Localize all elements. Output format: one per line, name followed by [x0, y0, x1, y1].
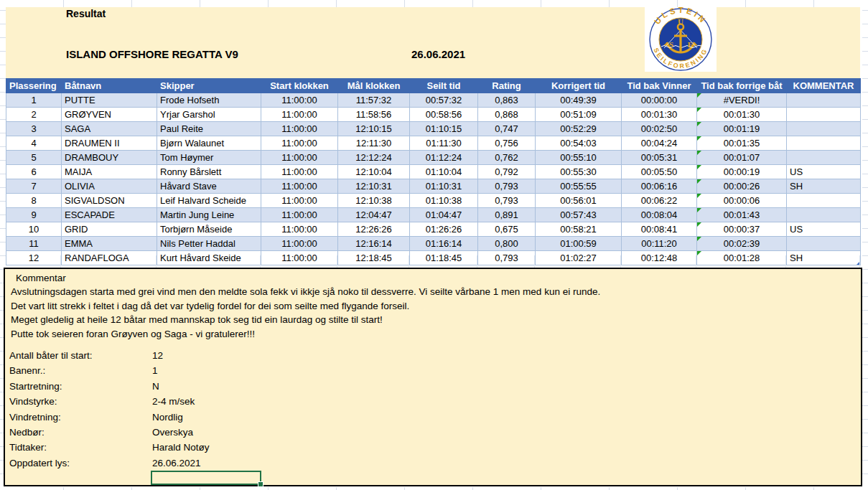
cell[interactable]: 12:10:31	[338, 179, 410, 194]
cell[interactable]: Håvard Stave	[157, 179, 261, 194]
cell[interactable]	[787, 208, 861, 222]
cell[interactable]: Yrjar Garshol	[157, 108, 261, 122]
cell[interactable]: 00:58:21	[536, 222, 622, 237]
cell[interactable]: 01:10:31	[410, 179, 478, 194]
cell[interactable]	[787, 93, 861, 108]
cell[interactable]: 00:51:09	[536, 108, 622, 122]
cell[interactable]: 12:10:04	[338, 165, 410, 179]
cell[interactable]: 00:05:31	[622, 151, 697, 165]
cell[interactable]: 11:00:00	[261, 208, 338, 222]
cell[interactable]: 00:54:03	[536, 136, 622, 151]
cell[interactable]: 01:10:04	[410, 165, 478, 179]
cell[interactable]: 1	[6, 93, 62, 108]
cell[interactable]: Torbjørn Måseide	[157, 222, 261, 237]
cell[interactable]: 00:11:20	[622, 237, 697, 251]
cell[interactable]: 00:00:19	[697, 165, 787, 179]
cell[interactable]: 00:55:30	[536, 165, 622, 179]
cell[interactable]: 01:00:59	[536, 237, 622, 251]
cell[interactable]: 00:56:01	[536, 194, 622, 208]
cell[interactable]: 00:01:43	[697, 208, 787, 222]
cell[interactable]: 3	[6, 122, 62, 136]
cell[interactable]: 12:11:30	[338, 136, 410, 151]
cell[interactable]: 12:12:24	[338, 151, 410, 165]
cell[interactable]: 11:00:00	[261, 136, 338, 151]
cell[interactable]: 01:10:15	[410, 122, 478, 136]
cell[interactable]: Nils Petter Haddal	[157, 237, 261, 251]
cell[interactable]: 00:08:04	[622, 208, 697, 222]
cell[interactable]: 11:00:00	[261, 165, 338, 179]
cell[interactable]: 00:00:37	[697, 222, 787, 237]
cell[interactable]: US	[787, 165, 861, 179]
cell[interactable]: 12:16:14	[338, 237, 410, 251]
cell[interactable]: Frode Hofseth	[157, 93, 261, 108]
column-header[interactable]: Start klokken	[261, 79, 338, 93]
column-header[interactable]: Skipper	[157, 79, 261, 93]
column-header[interactable]: Korrigert tid	[536, 79, 622, 93]
cell[interactable]: 11:00:00	[261, 108, 338, 122]
cell[interactable]	[787, 108, 861, 122]
cell[interactable]: #VERDI!	[697, 93, 787, 108]
cell[interactable]: MAIJA	[62, 165, 157, 179]
cell[interactable]: 01:12:24	[410, 151, 478, 165]
cell[interactable]: 11:57:32	[338, 93, 410, 108]
cell[interactable]	[787, 194, 861, 208]
cell[interactable]	[787, 122, 861, 136]
cell[interactable]: 01:26:26	[410, 222, 478, 237]
cell[interactable]: 00:57:43	[536, 208, 622, 222]
cell[interactable]: 00:55:55	[536, 179, 622, 194]
cell[interactable]: 4	[6, 136, 62, 151]
cell[interactable]: 00:05:50	[622, 165, 697, 179]
cell[interactable]: 00:00:26	[697, 179, 787, 194]
cell[interactable]: 00:06:16	[622, 179, 697, 194]
cell[interactable]: 00:01:19	[697, 122, 787, 136]
cell[interactable]: SIGVALDSON	[62, 194, 157, 208]
cell[interactable]: 0,800	[478, 237, 536, 251]
cell[interactable]: 01:10:38	[410, 194, 478, 208]
cell[interactable]: 11:00:00	[261, 194, 338, 208]
cell[interactable]: 12:10:38	[338, 194, 410, 208]
cell[interactable]: 00:02:50	[622, 122, 697, 136]
cell[interactable]: 9	[6, 208, 62, 222]
cell[interactable]: Martin Jung Leine	[157, 208, 261, 222]
cell[interactable]: 7	[6, 179, 62, 194]
cell[interactable]: 11:00:00	[261, 93, 338, 108]
column-header[interactable]: Plassering	[6, 79, 62, 93]
column-header[interactable]: Mål klokken	[338, 79, 410, 93]
cell[interactable]: ESCAPADE	[62, 208, 157, 222]
cell[interactable]: 12:10:15	[338, 122, 410, 136]
cell[interactable]: 0,747	[478, 122, 536, 136]
cell[interactable]: 00:01:35	[697, 136, 787, 151]
cell[interactable]: 11:00:00	[261, 222, 338, 237]
cell[interactable]: 00:00:06	[697, 194, 787, 208]
cell[interactable]: 01:16:14	[410, 237, 478, 251]
cell[interactable]: 0,756	[478, 136, 536, 151]
cell[interactable]: 0,675	[478, 222, 536, 237]
cell[interactable]	[787, 151, 861, 165]
cell[interactable]: 6	[6, 165, 62, 179]
cell[interactable]: DRAUMEN II	[62, 136, 157, 151]
cell[interactable]: GRØYVEN	[62, 108, 157, 122]
column-header[interactable]: Tid bak forrige båt	[697, 79, 787, 93]
cell[interactable]	[787, 136, 861, 151]
cell[interactable]: 2	[6, 108, 62, 122]
cell[interactable]: 0,891	[478, 208, 536, 222]
cell[interactable]: 0,863	[478, 93, 536, 108]
cell[interactable]: 0,793	[478, 194, 536, 208]
cell[interactable]: Tom Høymer	[157, 151, 261, 165]
cell[interactable]: GRID	[62, 222, 157, 237]
cell[interactable]: Bjørn Walaunet	[157, 136, 261, 151]
cell[interactable]: 12:26:26	[338, 222, 410, 237]
cell[interactable]	[787, 237, 861, 251]
column-header[interactable]: Seilt tid	[410, 79, 478, 93]
cell[interactable]: SH	[787, 179, 861, 194]
cell[interactable]: Leif Halvard Scheide	[157, 194, 261, 208]
column-header[interactable]: KOMMENTAR	[787, 79, 861, 93]
cell[interactable]: PUTTE	[62, 93, 157, 108]
cell[interactable]: 00:49:39	[536, 93, 622, 108]
cell[interactable]: 11:00:00	[261, 122, 338, 136]
cell[interactable]: 01:11:30	[410, 136, 478, 151]
column-header[interactable]: Tid bak Vinner	[622, 79, 697, 93]
cell[interactable]: DRAMBOUY	[62, 151, 157, 165]
cell[interactable]: 00:01:30	[622, 108, 697, 122]
cell[interactable]: 11:00:00	[261, 179, 338, 194]
